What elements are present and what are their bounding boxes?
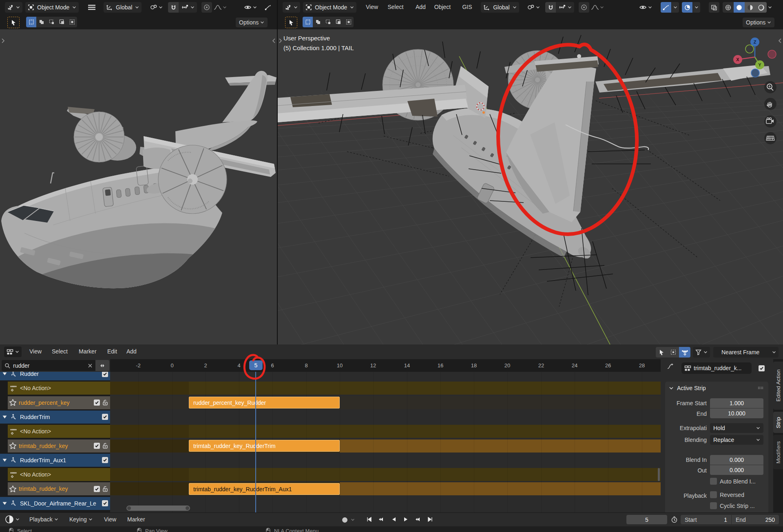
- svg-text:(5) Collection 1.000 | TAIL: (5) Collection 1.000 | TAIL: [283, 44, 354, 51]
- svg-text:User Perspective: User Perspective: [283, 35, 330, 42]
- svg-text:Z: Z: [754, 40, 756, 44]
- svg-text:X: X: [736, 57, 739, 62]
- svg-text:Y: Y: [758, 62, 761, 67]
